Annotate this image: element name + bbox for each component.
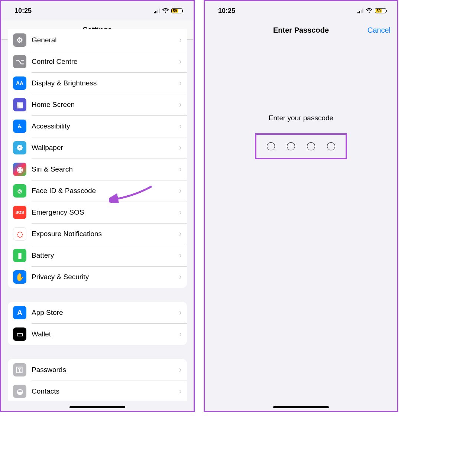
navigation-bar: Enter Passcode Cancel	[205, 20, 397, 40]
gear-icon: ⚙	[13, 33, 26, 47]
passcode-content: Enter your passcode	[205, 40, 397, 411]
settings-row-label: Wallet	[32, 330, 179, 338]
settings-row-label: Siri & Search	[32, 165, 179, 173]
status-bar: 10:25 59	[1, 1, 194, 20]
settings-row-label: Home Screen	[32, 101, 179, 109]
settings-row-exposure-notifications[interactable]: ◌Exposure Notifications›	[8, 223, 187, 245]
status-right: 59	[154, 7, 183, 15]
settings-group-2: AApp Store›▭Wallet›	[8, 302, 187, 345]
settings-row-contacts[interactable]: ◒Contacts›	[8, 381, 187, 401]
siri-icon: ◉	[13, 163, 26, 176]
wifi-icon	[366, 7, 373, 15]
settings-row-privacy-security[interactable]: ✋Privacy & Security›	[8, 266, 187, 288]
chevron-right-icon: ›	[179, 308, 182, 317]
toggles-icon: ⌥	[13, 55, 26, 68]
chevron-right-icon: ›	[179, 143, 182, 153]
chevron-right-icon: ›	[179, 186, 182, 196]
settings-row-label: Control Centre	[32, 58, 179, 66]
cellular-signal-icon	[357, 9, 364, 13]
chevron-right-icon: ›	[179, 35, 182, 45]
accessibility-icon: ♿︎	[13, 120, 26, 133]
chevron-right-icon: ›	[179, 208, 182, 217]
status-time: 10:25	[14, 7, 32, 15]
chevron-right-icon: ›	[179, 164, 182, 174]
home-indicator[interactable]	[273, 406, 329, 408]
settings-row-wallpaper[interactable]: ❁Wallpaper›	[8, 137, 187, 159]
settings-row-label: Battery	[32, 251, 179, 260]
chevron-right-icon: ›	[179, 78, 182, 88]
grid-icon: ▦	[13, 98, 26, 111]
status-bar: 10:25 59	[205, 1, 397, 20]
settings-row-display-brightness[interactable]: AADisplay & Brightness›	[8, 72, 187, 94]
settings-row-label: App Store	[32, 309, 179, 317]
settings-row-label: Exposure Notifications	[32, 230, 179, 238]
chevron-right-icon: ›	[179, 121, 182, 131]
home-indicator[interactable]	[69, 406, 125, 408]
settings-row-home-screen[interactable]: ▦Home Screen›	[8, 94, 187, 115]
exposure-icon: ◌	[13, 227, 26, 241]
battery-icon: 59	[375, 8, 386, 13]
settings-group-3: ⚿Passwords›◒Contacts›	[8, 359, 187, 401]
settings-row-control-centre[interactable]: ⌥Control Centre›	[8, 51, 187, 72]
settings-row-emergency-sos[interactable]: SOSEmergency SOS›	[8, 202, 187, 223]
settings-row-general[interactable]: ⚙General›	[8, 29, 187, 51]
passcode-dot	[307, 142, 315, 150]
battery-icon: 59	[171, 8, 182, 13]
settings-row-siri-search[interactable]: ◉Siri & Search›	[8, 159, 187, 180]
cancel-button[interactable]: Cancel	[368, 26, 391, 35]
wifi-icon	[162, 7, 169, 15]
passcode-dot	[267, 142, 275, 150]
passcode-prompt: Enter your passcode	[205, 114, 397, 122]
chevron-right-icon: ›	[179, 57, 182, 66]
settings-row-label: Wallpaper	[32, 144, 179, 152]
passcode-dot	[327, 142, 335, 150]
settings-row-battery[interactable]: ▮Battery›	[8, 245, 187, 266]
flower-icon: ❁	[13, 141, 26, 154]
chevron-right-icon: ›	[179, 251, 182, 260]
settings-row-label: Display & Brightness	[32, 79, 179, 87]
text-size-icon: AA	[13, 76, 26, 90]
settings-row-label: Contacts	[32, 387, 179, 395]
chevron-right-icon: ›	[179, 229, 182, 239]
settings-row-app-store[interactable]: AApp Store›	[8, 302, 187, 323]
settings-row-accessibility[interactable]: ♿︎Accessibility›	[8, 115, 187, 137]
settings-row-passwords[interactable]: ⚿Passwords›	[8, 359, 187, 381]
passcode-dots[interactable]	[255, 133, 347, 159]
chevron-right-icon: ›	[179, 100, 182, 110]
settings-group-1: ⚙General›⌥Control Centre›AADisplay & Bri…	[8, 29, 187, 288]
chevron-right-icon: ›	[179, 365, 182, 375]
settings-list[interactable]: ⚙General›⌥Control Centre›AADisplay & Bri…	[1, 29, 194, 401]
wallet-icon: ▭	[13, 327, 26, 341]
status-time: 10:25	[218, 7, 235, 15]
cellular-signal-icon	[154, 9, 160, 13]
settings-row-label: Privacy & Security	[32, 273, 179, 281]
appstore-icon: A	[13, 306, 26, 319]
settings-row-label: Emergency SOS	[32, 208, 179, 216]
page-title: Enter Passcode	[273, 26, 329, 35]
settings-row-faceid-passcode[interactable]: ⌾Face ID & Passcode›	[8, 180, 187, 202]
settings-row-label: Face ID & Passcode	[32, 187, 179, 195]
battery-icon: ▮	[13, 249, 26, 262]
passcode-dot	[287, 142, 295, 150]
key-icon: ⚿	[13, 363, 26, 376]
settings-row-wallet[interactable]: ▭Wallet›	[8, 323, 187, 345]
chevron-right-icon: ›	[179, 272, 182, 282]
settings-row-label: Accessibility	[32, 122, 179, 130]
settings-screen: 10:25 59 Settings ⚙General›⌥Control Cent…	[0, 0, 195, 412]
passcode-screen: 10:25 59 Enter Passcode Cancel Enter you…	[204, 0, 398, 412]
status-right: 59	[357, 7, 386, 15]
hand-icon: ✋	[13, 270, 26, 284]
chevron-right-icon: ›	[179, 387, 182, 396]
sos-icon: SOS	[13, 206, 26, 219]
contacts-icon: ◒	[13, 385, 26, 398]
faceid-icon: ⌾	[13, 184, 26, 198]
settings-row-label: Passwords	[32, 366, 179, 374]
settings-row-label: General	[32, 36, 179, 44]
chevron-right-icon: ›	[179, 329, 182, 339]
